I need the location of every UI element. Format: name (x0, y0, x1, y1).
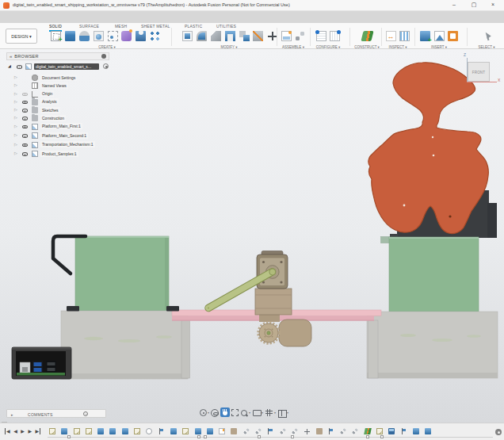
visibility-eye-icon[interactable] (22, 117, 28, 121)
root-document-label[interactable]: digital_twin_enabled_smart_s... (34, 63, 99, 70)
platform-left-leg[interactable] (181, 320, 190, 378)
expand-triangle-icon[interactable]: ▷ (14, 82, 17, 88)
browser-item-label[interactable]: Transportation_Mechanism:1 (40, 141, 95, 147)
browser-item-label[interactable]: Product_Samples:1 (40, 151, 78, 157)
extrude-icon[interactable] (207, 428, 213, 434)
visibility-eye-icon[interactable] (22, 152, 28, 156)
extrude-icon[interactable] (97, 428, 104, 434)
viewcube[interactable]: FRONT (468, 62, 490, 82)
tab-plastic[interactable]: PLASTIC (185, 24, 202, 30)
visibility-eye-icon[interactable] (22, 101, 28, 105)
visibility-eye-icon[interactable] (22, 143, 28, 147)
browser-item-product-samples-1[interactable]: ▷Product_Samples:1 (6, 150, 109, 159)
orbit-icon[interactable] (200, 409, 207, 416)
play-icon[interactable]: ▶ (21, 428, 25, 434)
browser-item-label[interactable]: Analysis (40, 98, 59, 105)
expand-triangle-icon[interactable]: ▷ (14, 151, 17, 156)
visibility-eye-icon[interactable] (22, 125, 28, 129)
timeline-group-marker[interactable] (258, 435, 261, 438)
flag-icon[interactable] (158, 428, 165, 434)
minimize-button[interactable]: – (449, 0, 460, 10)
joint-icon[interactable] (255, 428, 262, 434)
browser-item-label[interactable]: Construction (40, 115, 66, 121)
maximize-button[interactable]: ▢ (468, 0, 479, 10)
zoomsel-icon[interactable] (231, 409, 239, 416)
component-icon[interactable] (219, 428, 225, 434)
flag-icon[interactable] (401, 428, 407, 434)
activate-radio-icon[interactable] (103, 63, 109, 69)
browser-header[interactable]: « BROWSER (6, 52, 109, 60)
timeline-group-marker[interactable] (67, 435, 71, 438)
browser-item-named-views[interactable]: ▷Named Views (6, 82, 109, 90)
tab-sheet-metal[interactable]: SHEET METAL (141, 24, 170, 30)
joint-icon[interactable] (352, 428, 358, 434)
look-icon[interactable] (211, 409, 219, 417)
expand-triangle-icon[interactable]: ▷ (14, 75, 17, 80)
timeline-settings-gear-icon[interactable] (495, 429, 502, 435)
joint-icon[interactable] (280, 428, 286, 434)
box-icon[interactable] (316, 428, 323, 434)
grid-caret-icon[interactable]: ▾ (274, 411, 276, 415)
right-machine-base[interactable] (367, 312, 498, 378)
measure-icon[interactable] (386, 31, 396, 41)
browser-item-origin[interactable]: ▷Origin (6, 90, 109, 98)
browser-settings-icon[interactable] (101, 54, 106, 59)
timeline-group-marker[interactable] (291, 435, 294, 438)
browser-item-label[interactable]: Document Settings (40, 75, 77, 81)
extrude-icon[interactable] (122, 428, 128, 434)
left-machine-green-box[interactable] (75, 236, 169, 311)
viewports-caret-icon[interactable]: ▾ (287, 411, 288, 415)
browser-item-sketches[interactable]: ▷Sketches (6, 106, 109, 114)
select-icon[interactable] (482, 31, 492, 41)
browser-item-transportation-mechanism-1[interactable]: ▷Transportation_Mechanism:1 (6, 141, 109, 151)
joint-icon[interactable] (340, 428, 346, 434)
visibility-eye-icon[interactable] (22, 93, 28, 97)
pattern-icon[interactable] (150, 31, 160, 41)
expand-triangle-icon[interactable]: ▷ (14, 132, 17, 138)
visibility-eye-icon[interactable] (17, 65, 22, 69)
form-icon[interactable] (121, 31, 132, 41)
canvas-icon[interactable] (434, 31, 445, 41)
newcomponent-icon[interactable] (281, 31, 292, 41)
grid-icon[interactable] (265, 408, 273, 417)
configtable-icon[interactable] (330, 31, 340, 41)
expand-triangle-icon[interactable]: ◢ (8, 63, 11, 69)
fit-caret-icon[interactable]: ▾ (249, 411, 250, 415)
display-icon[interactable] (252, 408, 261, 417)
viewport-canvas[interactable]: « BROWSER ◢ digital_twin_enabled_smart_s… (0, 49, 504, 423)
expand-triangle-icon[interactable]: ▷ (14, 115, 17, 121)
timeline-group-marker[interactable] (380, 435, 384, 438)
skip-end-icon[interactable]: ▶ (36, 428, 41, 434)
split-icon[interactable] (253, 31, 263, 41)
expand-triangle-icon[interactable]: ▷ (14, 142, 17, 147)
browser-item-analysis[interactable]: ▷Analysis (6, 98, 109, 106)
plane-icon[interactable] (364, 428, 372, 434)
extrude-icon[interactable] (61, 428, 67, 434)
close-button[interactable]: × (487, 0, 498, 10)
sketch-icon[interactable] (51, 31, 61, 41)
browser-item-label[interactable]: Origin (40, 90, 54, 97)
timeline-group-marker[interactable] (366, 435, 369, 438)
expand-triangle-icon[interactable]: ▷ (14, 124, 17, 129)
joint-icon[interactable] (292, 428, 298, 434)
tab-utilities[interactable]: UTILITIES (216, 24, 236, 30)
loft-icon[interactable] (94, 31, 104, 41)
browser-item-label[interactable]: Platform_Main_Second:1 (40, 132, 88, 139)
design-workspace-selector[interactable]: DESIGN ▾ (6, 29, 37, 44)
browser-item-platform-main-first-1[interactable]: ▷Platform_Main_First:1 (6, 123, 109, 132)
dxf-icon[interactable] (448, 31, 458, 41)
shell-icon[interactable] (225, 31, 235, 41)
extrude-icon[interactable] (425, 428, 431, 434)
platform-right-leg[interactable] (368, 320, 379, 378)
fit-icon[interactable] (240, 409, 248, 417)
revolve-icon[interactable] (79, 31, 90, 41)
orbit-caret-icon[interactable]: ▾ (208, 411, 209, 415)
left-machine-base[interactable] (61, 311, 188, 379)
comments-count-icon[interactable] (83, 411, 88, 416)
transportation-mechanism[interactable] (208, 251, 311, 347)
comments-expand-icon[interactable]: ▸ (11, 412, 13, 417)
presspull-icon[interactable] (182, 31, 193, 41)
chamfer-icon[interactable] (211, 31, 221, 41)
viewports-icon[interactable] (277, 408, 286, 417)
joint-icon[interactable] (243, 428, 250, 434)
